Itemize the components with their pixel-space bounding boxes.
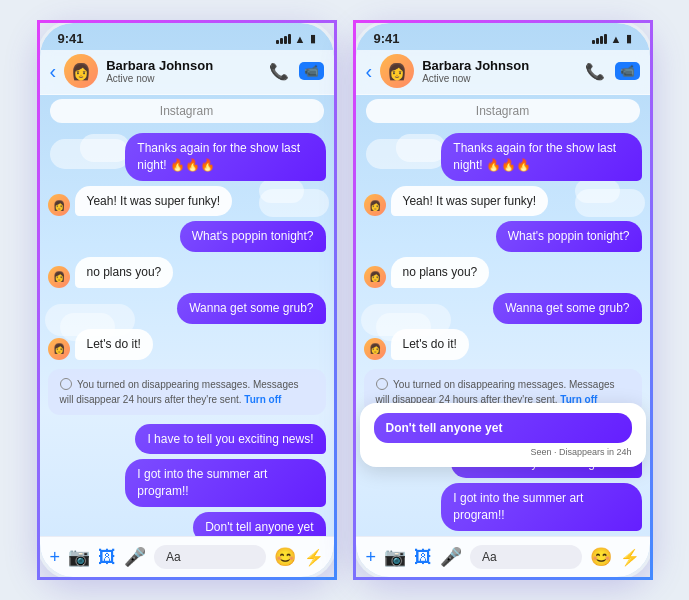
back-button-left[interactable]: ‹ <box>50 60 57 83</box>
avatar-left: 👩 <box>64 54 98 88</box>
toolbar-right: + 📷 🖼 🎤 Aa 😊 ⚡ <box>356 536 650 577</box>
header-actions-right: 📞 📹 <box>585 62 640 81</box>
msg-row: 👩 Yeah! It was super funky! <box>48 186 326 217</box>
msg-avatar: 👩 <box>364 266 386 288</box>
msg-row: 👩 Let's do it! <box>48 329 326 360</box>
disappearing-notice-left: You turned on disappearing messages. Mes… <box>48 369 326 415</box>
msg-avatar: 👩 <box>48 338 70 360</box>
msg-row: Thanks again for the show last night! 🔥🔥… <box>48 133 326 181</box>
msg-bubble: Wanna get some grub? <box>177 293 325 324</box>
msg-avatar: 👩 <box>48 194 70 216</box>
toolbar-left: + 📷 🖼 🎤 Aa 😊 ⚡ <box>40 536 334 577</box>
msg-row: Wanna get some grub? <box>48 293 326 324</box>
camera-icon-right[interactable]: 📷 <box>384 546 406 568</box>
battery-icon-right: ▮ <box>626 32 632 45</box>
message-input-right[interactable]: Aa <box>470 545 581 569</box>
msg-bubble: Thanks again for the show last night! 🔥🔥… <box>441 133 641 181</box>
phone-right: 9:41 ▲ ▮ ‹ 👩 Barbara Johnson <box>353 20 653 580</box>
chat-header-left: ‹ 👩 Barbara Johnson Active now 📞 📹 <box>40 50 334 95</box>
msg-bubble: Let's do it! <box>391 329 469 360</box>
phone-left: 9:41 ▲ ▮ ‹ 👩 Barbara Johnson <box>37 20 337 580</box>
chat-header-right: ‹ 👩 Barbara Johnson Active now 📞 📹 <box>356 50 650 95</box>
popup-card-right: Don't tell anyone yet Seen · Disappears … <box>360 403 646 467</box>
signal-left <box>276 34 291 44</box>
avatar-right: 👩 <box>380 54 414 88</box>
msg-avatar: 👩 <box>364 338 386 360</box>
search-bar-left[interactable]: Instagram <box>50 99 324 123</box>
msg-bubble: Let's do it! <box>75 329 153 360</box>
header-info-left: Barbara Johnson Active now <box>106 58 260 84</box>
image-icon-left[interactable]: 🖼 <box>98 547 116 568</box>
msg-bubble: I got into the summer art program!! <box>441 483 641 531</box>
msg-bubble: What's poppin tonight? <box>180 221 326 252</box>
lightning-icon-right[interactable]: ⚡ <box>620 548 640 567</box>
msg-bubble: I have to tell you exciting news! <box>135 424 325 455</box>
msg-bubble: Thanks again for the show last night! 🔥🔥… <box>125 133 325 181</box>
main-container: 9:41 ▲ ▮ ‹ 👩 Barbara Johnson <box>0 0 689 600</box>
msg-bubble: Yeah! It was super funky! <box>75 186 233 217</box>
back-button-right[interactable]: ‹ <box>366 60 373 83</box>
battery-icon-left: ▮ <box>310 32 316 45</box>
lightning-icon-left[interactable]: ⚡ <box>304 548 324 567</box>
emoji-icon-right[interactable]: 😊 <box>590 546 612 568</box>
msg-row: 👩 Let's do it! <box>364 329 642 360</box>
image-icon-right[interactable]: 🖼 <box>414 547 432 568</box>
status-icons-right: ▲ ▮ <box>592 32 632 45</box>
msg-bubble: What's poppin tonight? <box>496 221 642 252</box>
status-icons-left: ▲ ▮ <box>276 32 316 45</box>
call-icon-left[interactable]: 📞 <box>269 62 289 81</box>
popup-seen: Seen · Disappears in 24h <box>374 447 632 457</box>
disappearing-icon <box>60 378 72 390</box>
msg-row: 👩 Yeah! It was super funky! <box>364 186 642 217</box>
msg-bubble: I got into the summer art program!! <box>125 459 325 507</box>
msg-row: What's poppin tonight? <box>364 221 642 252</box>
msg-bubble: Don't tell anyone yet <box>193 512 325 536</box>
search-bar-right[interactable]: Instagram <box>366 99 640 123</box>
msg-row: I have to tell you exciting news! <box>48 424 326 455</box>
msg-row: What's poppin tonight? <box>48 221 326 252</box>
plus-icon-left[interactable]: + <box>50 547 61 568</box>
chat-area-left: Thanks again for the show last night! 🔥🔥… <box>40 129 334 536</box>
header-info-right: Barbara Johnson Active now <box>422 58 576 84</box>
header-name-right: Barbara Johnson <box>422 58 576 73</box>
status-time-right: 9:41 <box>374 31 400 46</box>
disappearing-icon-right <box>376 378 388 390</box>
emoji-icon-left[interactable]: 😊 <box>274 546 296 568</box>
msg-row: Don't tell anyone yet <box>48 512 326 536</box>
msg-avatar: 👩 <box>48 266 70 288</box>
chat-area-right: Thanks again for the show last night! 🔥🔥… <box>356 129 650 536</box>
msg-row: I got into the summer art program!! <box>364 483 642 531</box>
video-icon-right[interactable]: 📹 <box>615 62 640 80</box>
msg-row: Wanna get some grub? <box>364 293 642 324</box>
status-bar-right: 9:41 ▲ ▮ <box>356 23 650 50</box>
call-icon-right[interactable]: 📞 <box>585 62 605 81</box>
turn-off-link-left[interactable]: Turn off <box>244 394 281 405</box>
camera-icon-left[interactable]: 📷 <box>68 546 90 568</box>
header-name-left: Barbara Johnson <box>106 58 260 73</box>
msg-avatar: 👩 <box>364 194 386 216</box>
msg-bubble: no plans you? <box>391 257 490 288</box>
wifi-icon-right: ▲ <box>611 33 622 45</box>
status-time-left: 9:41 <box>58 31 84 46</box>
msg-bubble: Yeah! It was super funky! <box>391 186 549 217</box>
wifi-icon-left: ▲ <box>295 33 306 45</box>
msg-bubble: Wanna get some grub? <box>493 293 641 324</box>
msg-row: I got into the summer art program!! <box>48 459 326 507</box>
video-icon-left[interactable]: 📹 <box>299 62 324 80</box>
msg-row: Thanks again for the show last night! 🔥🔥… <box>364 133 642 181</box>
msg-row: 👩 no plans you? <box>48 257 326 288</box>
message-input-left[interactable]: Aa <box>154 545 265 569</box>
msg-bubble: no plans you? <box>75 257 174 288</box>
header-status-left: Active now <box>106 73 260 84</box>
header-status-right: Active now <box>422 73 576 84</box>
status-bar-left: 9:41 ▲ ▮ <box>40 23 334 50</box>
header-actions-left: 📞 📹 <box>269 62 324 81</box>
mic-icon-left[interactable]: 🎤 <box>124 546 146 568</box>
msg-row: 👩 no plans you? <box>364 257 642 288</box>
plus-icon-right[interactable]: + <box>366 547 377 568</box>
mic-icon-right[interactable]: 🎤 <box>440 546 462 568</box>
popup-last-msg: Don't tell anyone yet <box>374 413 632 443</box>
signal-right <box>592 34 607 44</box>
